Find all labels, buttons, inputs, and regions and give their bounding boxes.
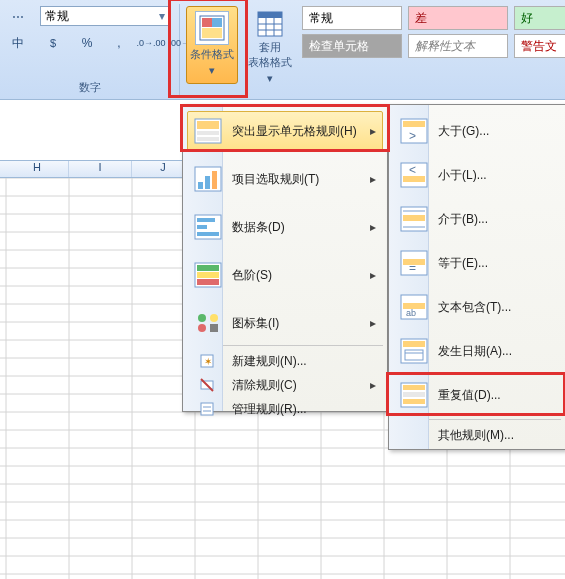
svg-rect-71 <box>403 121 425 127</box>
chevron-down-icon: ▾ <box>267 72 273 85</box>
submenu-arrow-icon: ▸ <box>370 124 376 138</box>
style-normal[interactable]: 常规 <box>302 6 402 30</box>
menu-item-clear-rules[interactable]: 清除规则(C) ▸ <box>187 373 383 397</box>
svg-rect-93 <box>403 399 425 404</box>
svg-rect-53 <box>197 225 207 229</box>
menu-item-new-rule[interactable]: ✶ 新建规则(N)... <box>187 349 383 373</box>
menu-item-more-rules[interactable]: 其他规则(M)... <box>393 423 561 447</box>
style-check-cell[interactable]: 检查单元格 <box>302 34 402 58</box>
style-good[interactable]: 好 <box>514 6 565 30</box>
color-scales-icon <box>192 259 224 291</box>
column-header[interactable]: I <box>69 161 132 177</box>
svg-rect-3 <box>212 18 222 27</box>
menu-item-color-scales[interactable]: 色阶(S) ▸ <box>187 255 383 295</box>
svg-rect-2 <box>202 18 212 27</box>
style-warning[interactable]: 警告文 <box>514 34 565 58</box>
svg-point-59 <box>198 314 206 322</box>
style-explanatory[interactable]: 解释性文本 <box>408 34 508 58</box>
number-format-selector[interactable]: 常规 ▾ <box>40 6 170 26</box>
menu-item-text-contains[interactable]: ab 文本包含(T)... <box>393 287 561 327</box>
svg-rect-44 <box>197 121 219 129</box>
menu-item-label: 清除规则(C) <box>232 377 297 394</box>
clear-rules-icon <box>196 376 218 394</box>
highlight-cells-submenu: > 大于(G)... < 小于(L)... 介于(B)... = 等于(E)..… <box>388 104 565 450</box>
chevron-down-icon: ▾ <box>159 9 165 23</box>
number-format-value: 常规 <box>45 8 69 25</box>
svg-rect-54 <box>197 232 219 236</box>
svg-point-61 <box>198 324 206 332</box>
menu-item-greater-than[interactable]: > 大于(G)... <box>393 111 561 151</box>
group-label-number: 数字 <box>0 80 179 96</box>
menu-item-label: 小于(L)... <box>438 167 487 184</box>
svg-rect-62 <box>210 324 218 332</box>
menu-item-label: 色阶(S) <box>232 267 272 284</box>
menu-item-label: 介于(B)... <box>438 211 488 228</box>
menu-item-date-occurring[interactable]: 发生日期(A)... <box>393 331 561 371</box>
svg-point-60 <box>210 314 218 322</box>
menu-item-manage-rules[interactable]: 管理规则(R)... <box>187 397 383 421</box>
menu-item-label: 大于(G)... <box>438 123 489 140</box>
svg-rect-88 <box>405 350 423 360</box>
chevron-down-icon: ▾ <box>209 64 215 77</box>
svg-rect-91 <box>403 385 425 390</box>
menu-item-label: 文本包含(T)... <box>438 299 511 316</box>
menu-item-label: 图标集(I) <box>232 315 279 332</box>
group-styles: 条件格式 ▾ 套用 表格格式 ▾ 常规 差 好 检查单元格 解释性文本 警告文 <box>180 4 565 96</box>
menu-item-label: 数据条(D) <box>232 219 285 236</box>
text-contains-icon: ab <box>398 291 430 323</box>
left-fragment-top: ⋯ <box>0 6 36 28</box>
submenu-arrow-icon: ▸ <box>370 268 376 282</box>
menu-item-highlight-cells-rules[interactable]: 突出显示单元格规则(H) ▸ <box>187 111 383 151</box>
svg-rect-87 <box>403 341 425 347</box>
format-as-table-icon <box>253 10 287 38</box>
currency-button[interactable]: $ <box>40 32 70 54</box>
menu-item-label: 项目选取规则(T) <box>232 171 319 188</box>
svg-rect-58 <box>197 279 219 285</box>
svg-rect-50 <box>212 171 217 189</box>
new-rule-icon: ✶ <box>196 352 218 370</box>
menu-item-label: 管理规则(R)... <box>232 401 307 418</box>
conditional-formatting-button[interactable]: 条件格式 ▾ <box>186 6 238 84</box>
number-buttons-row: $ % , .0→.00 .00→.0 <box>40 32 198 54</box>
menu-item-less-than[interactable]: < 小于(L)... <box>393 155 561 195</box>
manage-rules-icon <box>196 400 218 418</box>
menu-item-top-bottom-rules[interactable]: 项目选取规则(T) ▸ <box>187 159 383 199</box>
menu-separator <box>223 345 383 346</box>
increase-decimal-button[interactable]: .0→.00 <box>136 32 166 54</box>
equal-to-icon: = <box>398 247 430 279</box>
menu-item-label: 重复值(D)... <box>438 387 501 404</box>
svg-rect-56 <box>197 265 219 271</box>
svg-rect-49 <box>205 176 210 189</box>
greater-than-icon: > <box>398 115 430 147</box>
menu-item-icon-sets[interactable]: 图标集(I) ▸ <box>187 303 383 343</box>
column-header[interactable]: H <box>6 161 69 177</box>
data-bars-icon <box>192 211 224 243</box>
percent-button[interactable]: % <box>72 32 102 54</box>
svg-rect-6 <box>258 12 282 18</box>
submenu-arrow-icon: ▸ <box>370 316 376 330</box>
format-as-table-button[interactable]: 套用 表格格式 ▾ <box>244 6 296 84</box>
top-bottom-icon <box>192 163 224 195</box>
menu-item-between[interactable]: 介于(B)... <box>393 199 561 239</box>
menu-item-label: 其他规则(M)... <box>438 427 514 444</box>
menu-item-duplicate-values[interactable]: 重复值(D)... <box>393 375 561 415</box>
menu-item-data-bars[interactable]: 数据条(D) ▸ <box>187 207 383 247</box>
highlight-cells-icon <box>192 115 224 147</box>
svg-rect-46 <box>197 137 219 141</box>
menu-item-label: 发生日期(A)... <box>438 343 512 360</box>
svg-rect-57 <box>197 272 219 278</box>
cell-styles-gallery[interactable]: 常规 差 好 检查单元格 解释性文本 警告文 <box>302 6 565 84</box>
menu-item-equal-to[interactable]: = 等于(E)... <box>393 243 561 283</box>
svg-text:=: = <box>409 261 416 275</box>
svg-rect-67 <box>201 403 213 415</box>
comma-button[interactable]: , <box>104 32 134 54</box>
svg-text:✶: ✶ <box>204 356 212 367</box>
submenu-arrow-icon: ▸ <box>370 172 376 186</box>
between-icon <box>398 203 430 235</box>
svg-rect-48 <box>198 182 203 189</box>
left-fragment-label: 中 <box>0 32 36 54</box>
svg-text:$: $ <box>50 37 56 49</box>
ribbon: ⋯ 中 常规 ▾ $ % , .0→.00 .00→.0 数字 条件格式 ▾ 套… <box>0 0 565 100</box>
menu-item-label: 新建规则(N)... <box>232 353 307 370</box>
style-bad[interactable]: 差 <box>408 6 508 30</box>
